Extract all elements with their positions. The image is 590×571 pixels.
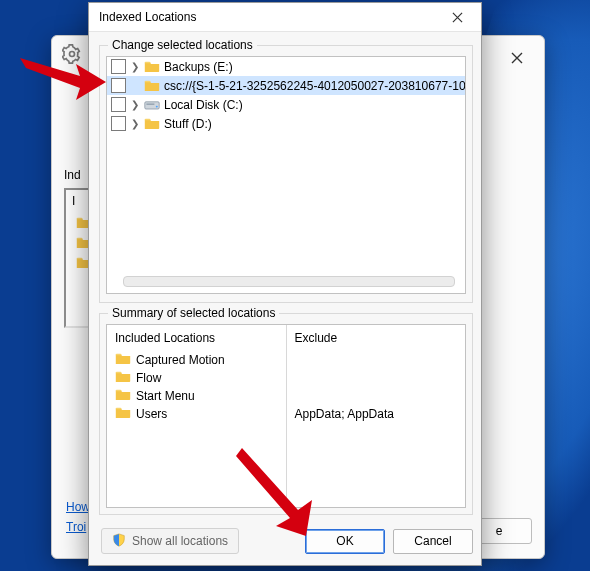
exclude-item bbox=[295, 387, 458, 405]
svg-point-3 bbox=[156, 105, 158, 107]
summary-group: Summary of selected locations Included L… bbox=[99, 313, 473, 515]
tree-row[interactable]: csc://{S-1-5-21-3252562245-4012050027-20… bbox=[107, 76, 465, 95]
exclude-item bbox=[295, 369, 458, 387]
svg-rect-1 bbox=[145, 101, 159, 108]
included-item[interactable]: Captured Motion bbox=[115, 351, 278, 369]
group-legend: Change selected locations bbox=[108, 38, 257, 52]
shield-icon bbox=[112, 533, 126, 550]
locations-tree[interactable]: ❯Backups (E:)csc://{S-1-5-21-3252562245-… bbox=[106, 56, 466, 294]
exclude-item: AppData; AppData bbox=[295, 405, 458, 423]
included-item[interactable]: Users bbox=[115, 405, 278, 423]
folder-icon bbox=[144, 79, 160, 93]
expand-toggle[interactable]: ❯ bbox=[130, 99, 140, 110]
tree-row[interactable]: ❯Stuff (D:) bbox=[107, 114, 465, 133]
included-item[interactable]: Start Menu bbox=[115, 387, 278, 405]
titlebar: Indexed Locations bbox=[89, 3, 481, 32]
svg-point-0 bbox=[70, 52, 75, 57]
close-button[interactable] bbox=[439, 6, 475, 28]
dialog-title: Indexed Locations bbox=[99, 10, 196, 24]
folder-icon bbox=[144, 60, 160, 74]
folder-icon bbox=[115, 370, 131, 386]
ok-button[interactable]: OK bbox=[305, 529, 385, 554]
group-legend: Summary of selected locations bbox=[108, 306, 279, 320]
included-item-label: Flow bbox=[136, 371, 161, 385]
checkbox[interactable] bbox=[111, 97, 126, 112]
dialog-button-row: Show all locations OK Cancel bbox=[89, 527, 481, 555]
cancel-button[interactable]: Cancel bbox=[393, 529, 473, 554]
tree-item-label: csc://{S-1-5-21-3252562245-4012050027-20… bbox=[164, 79, 466, 93]
included-header: Included Locations bbox=[115, 331, 278, 345]
folder-icon bbox=[115, 352, 131, 368]
close-button[interactable] bbox=[498, 44, 536, 72]
included-item-label: Start Menu bbox=[136, 389, 195, 403]
exclude-item bbox=[295, 351, 458, 369]
tree-row[interactable]: ❯Backups (E:) bbox=[107, 57, 465, 76]
drive-icon bbox=[144, 98, 160, 112]
included-item[interactable]: Flow bbox=[115, 369, 278, 387]
change-locations-group: Change selected locations ❯Backups (E:)c… bbox=[99, 45, 473, 303]
gear-icon bbox=[62, 44, 82, 64]
troubleshoot-link[interactable]: Troi bbox=[66, 520, 86, 534]
included-item-label: Captured Motion bbox=[136, 353, 225, 367]
folder-icon bbox=[115, 388, 131, 404]
tree-row[interactable]: ❯Local Disk (C:) bbox=[107, 95, 465, 114]
included-pane: Included Locations Captured MotionFlowSt… bbox=[107, 325, 286, 507]
summary-panes: Included Locations Captured MotionFlowSt… bbox=[106, 324, 466, 508]
section-label: Ind bbox=[64, 168, 81, 182]
show-all-label: Show all locations bbox=[132, 534, 228, 548]
indexed-locations-dialog: Indexed Locations Change selected locati… bbox=[88, 2, 482, 566]
included-item-label: Users bbox=[136, 407, 167, 421]
exclude-header: Exclude bbox=[295, 331, 458, 345]
back-list-header: I bbox=[72, 194, 75, 208]
exclude-pane: Exclude AppData; AppData bbox=[286, 325, 466, 507]
svg-rect-2 bbox=[146, 103, 154, 105]
help-link[interactable]: How bbox=[66, 500, 90, 514]
folder-icon bbox=[144, 117, 160, 131]
tree-item-label: Backups (E:) bbox=[164, 60, 233, 74]
tree-item-label: Local Disk (C:) bbox=[164, 98, 243, 112]
checkbox[interactable] bbox=[111, 78, 126, 93]
folder-icon bbox=[115, 406, 131, 422]
tree-item-label: Stuff (D:) bbox=[164, 117, 212, 131]
horizontal-scrollbar[interactable] bbox=[123, 276, 455, 287]
expand-toggle[interactable]: ❯ bbox=[130, 61, 140, 72]
show-all-locations-button[interactable]: Show all locations bbox=[101, 528, 239, 554]
checkbox[interactable] bbox=[111, 116, 126, 131]
checkbox[interactable] bbox=[111, 59, 126, 74]
expand-toggle[interactable]: ❯ bbox=[130, 118, 140, 129]
